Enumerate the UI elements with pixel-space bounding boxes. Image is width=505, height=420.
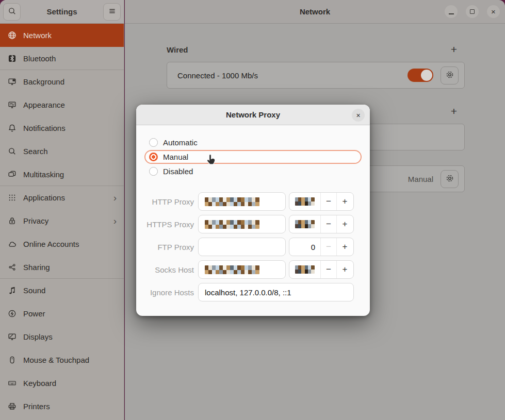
menu-button[interactable] [103,3,121,21]
close-icon: × [491,8,496,15]
sidebar-item-label: Online Accounts [23,240,124,248]
ignore-hosts-label: Ignore Hosts [136,288,194,297]
https-proxy-label: HTTPS Proxy [136,220,194,229]
sidebar-item-applications[interactable]: Applications› [0,186,124,209]
toggle-knob [421,70,432,81]
search-icon [8,147,17,156]
https-proxy-row: HTTPS Proxy − + [136,215,370,233]
plus-button[interactable]: + [337,238,353,256]
dialog-close-button[interactable]: × [352,109,365,122]
sidebar-item-keyboard[interactable]: Keyboard [0,372,124,395]
sidebar-item-label: Privacy [23,216,107,225]
add-wired-connection-button[interactable]: + [446,42,462,57]
sidebar-item-bluetooth[interactable]: Bluetooth [0,47,124,70]
https-proxy-host-input[interactable] [198,215,286,233]
sidebar-item-notifications[interactable]: Notifications [0,116,124,140]
minus-button[interactable]: − [321,238,337,256]
ignore-hosts-value: localhost, 127.0.0.0/8, ::1 [205,288,291,297]
page-title: Network [300,7,330,16]
http-proxy-host-input[interactable] [198,192,286,211]
dialog-headerbar: Network Proxy × [136,105,370,125]
wired-settings-button[interactable] [441,66,459,85]
minus-button[interactable]: − [321,193,337,210]
maximize-button[interactable] [466,5,479,18]
proxy-settings-button[interactable] [441,170,459,188]
wired-status-label: Connected - 1000 Mb/s [177,71,258,80]
sidebar-item-appearance[interactable]: Appearance [0,93,124,116]
https-proxy-port-spinner: − + [289,215,354,233]
sidebar-item-multitasking[interactable]: Multitasking [0,163,124,186]
sidebar-item-label: Background [23,77,124,86]
sidebar-item-search[interactable]: Search [0,140,124,163]
redacted-port-value [295,265,315,274]
sidebar-item-label: Applications [23,193,107,202]
gear-icon [445,70,454,81]
sidebar-title: Settings [21,7,103,16]
option-manual[interactable]: Manual [144,150,362,164]
proxy-mode-value: Manual [408,175,433,183]
sidebar-item-power[interactable]: Power [0,302,124,325]
sidebar-item-privacy[interactable]: Privacy› [0,209,124,232]
redacted-port-value [295,197,315,206]
socks-port-spinner: − + [289,260,354,279]
minimize-button[interactable] [445,5,458,18]
option-label: Automatic [163,138,198,147]
sidebar-item-label: Appearance [23,100,124,109]
socks-port-input[interactable] [289,261,321,278]
sidebar-item-network[interactable]: Network [0,24,124,47]
socks-host-input[interactable] [198,260,286,279]
ftp-proxy-port-spinner: 0 − + [289,238,354,256]
ftp-proxy-row: FTP Proxy 0 − + [136,238,370,256]
option-disabled[interactable]: Disabled [144,164,362,178]
search-button[interactable] [3,3,21,21]
cursor-pointer [206,154,218,169]
wired-connection-row[interactable]: Connected - 1000 Mb/s [167,62,465,89]
settings-window: Settings NetworkBluetoothBackgroundAppea… [0,0,505,420]
network-icon [8,31,17,40]
sidebar-headerbar: Settings [0,0,124,24]
sidebar-item-label: Keyboard [23,379,124,388]
option-automatic[interactable]: Automatic [144,136,362,149]
appearance-icon [8,100,17,109]
online-accounts-icon [8,240,17,248]
http-proxy-row: HTTP Proxy − + [136,192,370,211]
main-headerbar: Network × [125,0,505,24]
hamburger-icon [108,7,117,17]
radio-checked-icon[interactable] [149,153,158,161]
plus-button[interactable]: + [337,215,353,233]
wired-toggle[interactable] [408,69,433,82]
https-proxy-port-input[interactable] [289,215,321,233]
plus-button[interactable]: + [337,193,353,210]
close-icon: × [356,111,360,120]
minus-button[interactable]: − [321,261,337,278]
plus-button[interactable]: + [337,261,353,278]
ftp-proxy-port-input[interactable]: 0 [289,238,321,256]
notifications-icon [8,124,17,132]
sidebar-item-printers[interactable]: Printers [0,395,124,418]
keyboard-icon [8,379,17,388]
sidebar-item-mouse[interactable]: Mouse & Touchpad [0,348,124,372]
sidebar-item-background[interactable]: Background [0,70,124,93]
sidebar-item-label: Sound [23,286,124,295]
ftp-proxy-host-input[interactable] [198,238,286,256]
redacted-port-value [295,220,315,228]
radio-unchecked-icon[interactable] [149,138,158,147]
sidebar-item-label: Power [23,309,124,318]
sidebar-item-label: Network [23,31,124,40]
add-vpn-button[interactable]: + [446,104,462,119]
sidebar-item-label: Bluetooth [23,54,124,63]
ignore-hosts-input[interactable]: localhost, 127.0.0.0/8, ::1 [198,283,354,301]
http-proxy-port-input[interactable] [289,193,321,210]
gear-icon [445,174,454,184]
sidebar-item-sharing[interactable]: Sharing [0,256,124,279]
proxy-mode-options: Automatic Manual Disabled [144,136,362,179]
sidebar-item-online-accounts[interactable]: Online Accounts [0,232,124,256]
sidebar-item-sound[interactable]: Sound [0,279,124,302]
minus-button[interactable]: − [321,215,337,233]
sidebar-item-displays[interactable]: Displays [0,325,124,348]
radio-unchecked-icon[interactable] [149,167,158,176]
close-button[interactable]: × [487,5,500,18]
bluetooth-icon [8,54,17,63]
sidebar-item-label: Displays [23,332,124,341]
network-proxy-dialog: Network Proxy × Automatic Manual Disable… [136,105,370,316]
